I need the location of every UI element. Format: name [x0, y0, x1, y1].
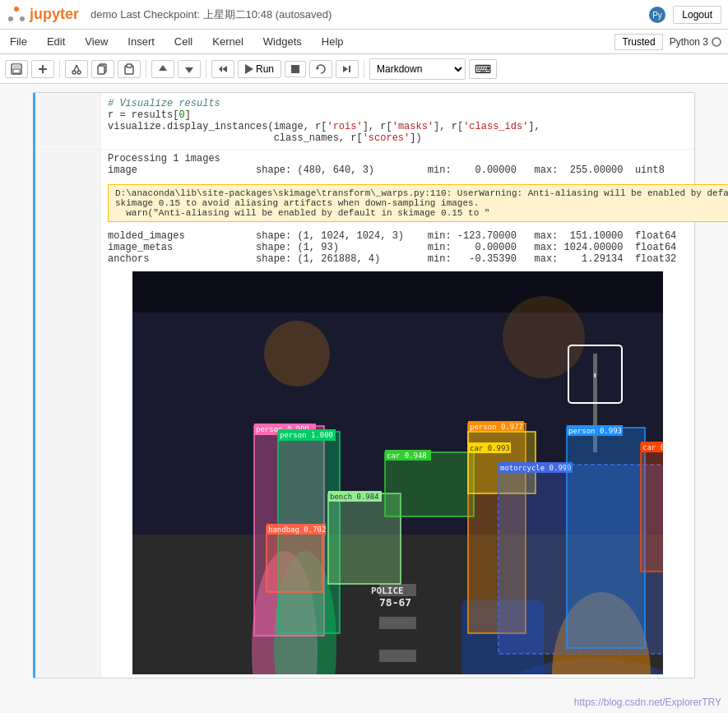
svg-text:person 1.000: person 1.000 [280, 431, 333, 439]
comment-line: # Visualize results [108, 98, 220, 109]
svg-text:Py: Py [652, 11, 662, 20]
toolbar-separator-1 [59, 60, 60, 78]
stop-icon [290, 64, 300, 74]
svg-point-12 [77, 71, 81, 74]
save-button[interactable] [5, 60, 28, 78]
topbar: jupyter demo Last Checkpoint: 上星期二10:48 … [0, 0, 728, 30]
menu-cell[interactable]: Cell [171, 34, 196, 49]
output-text-area: Processing 1 images image shape: (480, 6… [35, 150, 694, 179]
topbar-left: jupyter demo Last Checkpoint: 上星期二10:48 … [7, 5, 332, 25]
cell-prompt [35, 93, 101, 149]
svg-rect-7 [13, 64, 20, 68]
svg-text:bench 0.984: bench 0.984 [330, 493, 379, 501]
output-prompt-4 [35, 268, 101, 678]
svg-text:motorcycle 0.999: motorcycle 0.999 [500, 464, 572, 472]
menu-view[interactable]: View [81, 34, 111, 49]
play-icon [245, 64, 253, 74]
menu-kernel[interactable]: Kernel [209, 34, 247, 49]
jupyter-logo: jupyter [7, 5, 79, 25]
code-line-4: class_names, r['scores']) [108, 132, 422, 144]
svg-text:car 0.918: car 0.918 [642, 443, 663, 451]
svg-point-2 [20, 16, 25, 21]
menu-edit[interactable]: Edit [44, 34, 68, 49]
arrow-down-icon [183, 63, 195, 75]
cell-type-select[interactable]: Markdown Code Raw NBConvert Heading [369, 58, 466, 80]
kernel-circle-icon [712, 37, 721, 47]
code-cell: # Visualize results r = results[0] visua… [33, 92, 695, 678]
output-prompt-2 [35, 179, 101, 227]
svg-text:car 0.993: car 0.993 [470, 444, 510, 452]
menu-file[interactable]: File [7, 34, 30, 49]
svg-rect-8 [13, 69, 20, 73]
processing-text: Processing 1 images image shape: (480, 6… [108, 153, 688, 176]
run-label: Run [256, 63, 274, 75]
svg-rect-51 [267, 526, 322, 592]
svg-line-13 [74, 65, 77, 71]
run-button[interactable]: Run [238, 60, 281, 78]
output-warning-area: D:\anaconda\lib\site-packages\skimage\tr… [35, 179, 694, 227]
notebook-area: # Visualize results r = results[0] visua… [0, 84, 728, 713]
stop-button[interactable] [285, 61, 306, 77]
fast-forward-button[interactable] [336, 60, 359, 78]
output-prompt-1 [35, 150, 101, 179]
svg-rect-16 [98, 66, 104, 74]
restart-button[interactable] [309, 60, 332, 78]
svg-text:person 0.977: person 0.977 [470, 423, 523, 431]
fast-forward-icon [341, 63, 353, 75]
paste-button[interactable] [118, 60, 141, 78]
trusted-badge: Trusted [614, 34, 662, 50]
output-prompt-3 [35, 227, 101, 268]
svg-rect-72 [641, 444, 663, 572]
plus-icon [37, 63, 49, 75]
add-cell-button[interactable] [31, 60, 54, 78]
output-stats-content: molded_images shape: (1, 1024, 1024, 3) … [101, 227, 694, 268]
toolbar: Run Markdown Code Raw NBConvert Heading … [0, 54, 728, 84]
jupyter-brand: jupyter [30, 6, 79, 23]
svg-marker-26 [343, 66, 348, 72]
output-text-content: Processing 1 images image shape: (480, 6… [101, 150, 694, 179]
paste-icon [123, 63, 135, 75]
toolbar-separator-4 [364, 60, 364, 78]
svg-text:handbag 0.702: handbag 0.702 [268, 525, 326, 534]
move-down-button[interactable] [178, 60, 201, 78]
code-line-2: r = results[0] [108, 109, 191, 121]
svg-rect-24 [291, 65, 299, 73]
logout-button[interactable]: Logout [673, 6, 721, 24]
svg-marker-20 [185, 67, 193, 73]
output-stats-area: molded_images shape: (1, 1024, 1024, 3) … [35, 227, 694, 268]
menu-widgets[interactable]: Widgets [260, 34, 305, 49]
restart-icon [315, 63, 327, 75]
fast-backward-button[interactable] [211, 60, 234, 78]
arrow-up-icon [157, 63, 169, 75]
svg-rect-69 [567, 428, 645, 648]
cut-button[interactable] [65, 60, 88, 78]
svg-line-14 [77, 65, 79, 71]
cut-icon [71, 63, 82, 75]
svg-point-5 [712, 38, 721, 46]
toolbar-separator-2 [146, 60, 146, 78]
keyboard-icon: ⌨ [475, 63, 491, 76]
svg-point-11 [72, 71, 76, 74]
copy-icon [97, 63, 109, 75]
svg-point-1 [8, 16, 13, 21]
code-line-3: visualize.display_instances(image, r['ro… [108, 121, 540, 132]
svg-text:car 0.948: car 0.948 [387, 451, 427, 460]
jupyter-logo-icon [7, 5, 26, 25]
menu-help[interactable]: Help [318, 34, 347, 49]
copy-button[interactable] [91, 60, 114, 78]
output-image-area: ⬆ [35, 268, 694, 678]
notebook-title: demo Last Checkpoint: 上星期二10:48 (autosav… [90, 7, 332, 22]
save-icon [11, 63, 22, 75]
kernel-info: Python 3 [670, 36, 721, 48]
svg-marker-21 [219, 66, 222, 72]
fast-backward-icon [217, 63, 229, 75]
menu-insert[interactable]: Insert [124, 34, 158, 49]
move-up-button[interactable] [151, 60, 174, 78]
cell-code[interactable]: # Visualize results r = results[0] visua… [101, 93, 694, 149]
toolbar-separator-3 [206, 60, 206, 78]
svg-marker-19 [159, 65, 167, 71]
svg-text:person 0.993: person 0.993 [568, 427, 622, 435]
svg-marker-25 [317, 67, 319, 70]
detection-overlay: person 0.999 person 1.000 handbag 0.702 [132, 271, 663, 674]
keyboard-shortcuts-button[interactable]: ⌨ [469, 59, 497, 79]
